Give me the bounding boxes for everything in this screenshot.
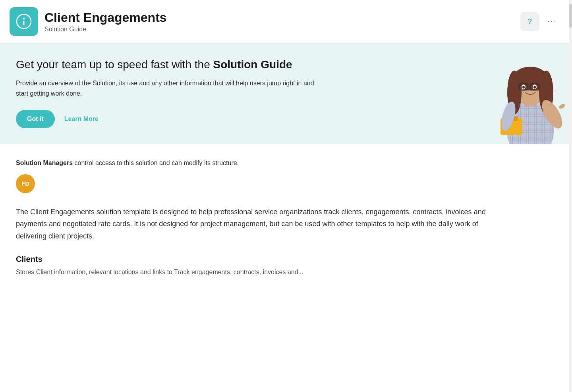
managers-bold-text: Solution Managers bbox=[16, 159, 73, 166]
banner-heading: Get your team up to speed fast with the … bbox=[16, 58, 342, 72]
banner-content: Get your team up to speed fast with the … bbox=[0, 58, 358, 144]
got-it-button[interactable]: Got it bbox=[16, 110, 55, 128]
banner-illustration bbox=[469, 49, 572, 144]
help-button[interactable]: ? bbox=[520, 12, 539, 31]
banner-heading-bold: Solution Guide bbox=[213, 58, 292, 71]
info-icon bbox=[16, 13, 32, 29]
managers-section: Solution Managers control access to this… bbox=[16, 158, 556, 193]
clients-section: Clients Stores Client information, relev… bbox=[16, 255, 556, 277]
solution-guide-banner: Get your team up to speed fast with the … bbox=[0, 43, 572, 144]
manager-avatar[interactable]: FD bbox=[16, 174, 35, 193]
page-title: Client Engagements bbox=[44, 10, 167, 25]
scrollbar[interactable] bbox=[569, 0, 572, 392]
banner-description: Provide an overview of the Solution, its… bbox=[16, 78, 318, 98]
svg-point-20 bbox=[522, 86, 525, 88]
header-right: ? ··· bbox=[520, 12, 560, 31]
header-title-group: Client Engagements Solution Guide bbox=[44, 10, 167, 33]
banner-heading-plain: Get your team up to speed fast with the bbox=[16, 58, 213, 71]
svg-rect-2 bbox=[23, 21, 25, 25]
scrollbar-thumb[interactable] bbox=[569, 4, 572, 28]
page-header: Client Engagements Solution Guide ? ··· bbox=[0, 0, 572, 43]
banner-actions: Got it Learn More bbox=[16, 110, 342, 128]
clients-sub-text: Stores Client information, relevant loca… bbox=[16, 267, 556, 277]
managers-rest-text: control access to this solution and can … bbox=[73, 159, 239, 166]
header-left: Client Engagements Solution Guide bbox=[10, 7, 167, 36]
learn-more-button[interactable]: Learn More bbox=[64, 115, 99, 123]
managers-description: Solution Managers control access to this… bbox=[16, 158, 556, 168]
app-icon-box bbox=[10, 7, 38, 36]
more-options-button[interactable]: ··· bbox=[544, 15, 560, 28]
main-content: Solution Managers control access to this… bbox=[0, 144, 572, 293]
clients-heading: Clients bbox=[16, 255, 556, 264]
description-body: The Client Engagements solution template… bbox=[16, 206, 493, 242]
svg-point-21 bbox=[533, 86, 536, 88]
page-subtitle: Solution Guide bbox=[44, 26, 167, 33]
svg-point-1 bbox=[23, 18, 25, 19]
person-svg bbox=[469, 49, 572, 144]
svg-point-23 bbox=[558, 103, 566, 110]
description-section: The Client Engagements solution template… bbox=[16, 206, 556, 242]
